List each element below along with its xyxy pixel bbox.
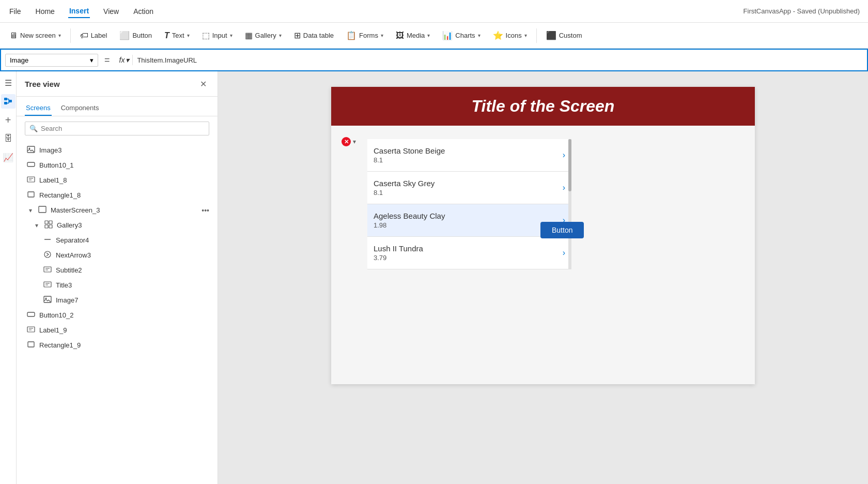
charts-chevron: ▾ — [478, 33, 481, 38]
subtitle2-icon — [43, 265, 52, 275]
data-table-icon: ⊞ — [294, 31, 301, 40]
label1-8-name: Label1_8 — [39, 176, 209, 184]
new-screen-button[interactable]: 🖥 New screen ▾ — [4, 28, 66, 43]
tree-item-label1-8[interactable]: Label1_8 — [17, 173, 218, 188]
data-table-label: Data table — [303, 32, 334, 39]
text-label: Text — [172, 32, 184, 39]
error-indicator: ✕ — [342, 137, 351, 146]
label-icon: 🏷 — [80, 31, 88, 40]
rail-hamburger-icon[interactable]: ☰ — [1, 75, 16, 90]
gallery-item-2-title: Caserta Sky Grey — [374, 179, 559, 188]
gallery-item-4-title: Lush II Tundra — [374, 244, 559, 253]
tree-item-gallery3[interactable]: ▾ Gallery3 — [17, 218, 218, 233]
tree-item-label1-9[interactable]: Label1_9 — [17, 323, 218, 338]
tree-item-separator4[interactable]: Separator4 — [17, 233, 218, 248]
input-label: Input — [212, 32, 227, 39]
charts-button[interactable]: 📊 Charts ▾ — [437, 27, 485, 43]
gallery-wrapper: ✕ ▾ Caserta Stone Beige 8.1 › — [342, 135, 745, 269]
formula-selector[interactable]: Image ▾ — [5, 54, 98, 67]
gallery-item-4[interactable]: Lush II Tundra 3.79 › — [367, 237, 571, 269]
menu-action[interactable]: Action — [132, 5, 154, 18]
text-button[interactable]: T Text ▾ — [159, 28, 195, 43]
formula-fx-button[interactable]: fx ▾ — [116, 55, 133, 65]
rectangle1-8-icon — [27, 190, 35, 200]
menu-bar: File Home Insert View Action FirstCanvas… — [0, 0, 868, 23]
svg-rect-30 — [27, 327, 35, 332]
tab-components[interactable]: Components — [60, 101, 100, 116]
gallery-item-3-content: Ageless Beauty Clay 1.98 — [374, 211, 559, 229]
svg-rect-21 — [44, 267, 51, 272]
search-box: 🔍 — [25, 122, 209, 135]
gallery-item-1[interactable]: Caserta Stone Beige 8.1 › — [367, 139, 571, 172]
rail-tree-icon[interactable] — [1, 94, 16, 109]
icons-icon: ⭐ — [493, 31, 503, 40]
rail-chart-icon[interactable]: 📈 — [1, 150, 16, 164]
title3-name: Title3 — [56, 281, 209, 289]
toolbar-divider-1 — [70, 28, 71, 43]
search-input[interactable] — [41, 125, 205, 132]
custom-label: Custom — [559, 32, 582, 39]
menu-insert[interactable]: Insert — [68, 5, 90, 18]
sidebar-search-area: 🔍 — [17, 116, 218, 141]
custom-button[interactable]: ⬛ Custom — [541, 27, 587, 43]
svg-point-28 — [45, 298, 47, 299]
subtitle2-name: Subtitle2 — [56, 266, 209, 274]
masterscreen-3-name: MasterScreen_3 — [51, 206, 197, 214]
gallery-icon: ▦ — [245, 31, 253, 40]
tree-item-button10-2[interactable]: Button10_2 — [17, 308, 218, 323]
gallery3-name: Gallery3 — [57, 221, 209, 229]
canvas-content: ✕ ▾ Caserta Stone Beige 8.1 › — [331, 126, 755, 384]
toolbar: 🖥 New screen ▾ 🏷 Label ⬜ Button T Text ▾… — [0, 23, 868, 49]
masterscreen-3-more[interactable]: ••• — [202, 206, 209, 215]
media-label: Media — [407, 32, 425, 39]
image7-name: Image7 — [56, 296, 209, 304]
tree-item-title3[interactable]: Title3 — [17, 278, 218, 293]
screen-canvas: Title of the Screen ✕ ▾ — [331, 87, 755, 384]
sidebar: Tree view ✕ Screens Components 🔍 Image3 — [17, 71, 218, 484]
label-button[interactable]: 🏷 Label — [75, 28, 113, 43]
tree-item-button10-1[interactable]: Button10_1 — [17, 158, 218, 173]
button10-2-icon — [27, 310, 35, 320]
tree-item-subtitle2[interactable]: Subtitle2 — [17, 263, 218, 278]
tree-item-rectangle1-9[interactable]: Rectangle1_9 — [17, 338, 218, 353]
new-screen-icon: 🖥 — [9, 31, 18, 40]
icons-button[interactable]: ⭐ Icons ▾ — [488, 27, 532, 43]
svg-rect-18 — [49, 225, 52, 228]
formula-input[interactable] — [137, 56, 863, 64]
gallery-item-2-content: Caserta Sky Grey 8.1 — [374, 179, 559, 196]
charts-icon: 📊 — [442, 31, 453, 40]
svg-rect-33 — [28, 342, 34, 347]
gallery-item-2[interactable]: Caserta Sky Grey 8.1 › — [367, 172, 571, 204]
canvas-button[interactable]: Button — [540, 222, 584, 238]
tree-item-image7[interactable]: Image7 — [17, 293, 218, 308]
tree-item-rectangle1-8[interactable]: Rectangle1_8 — [17, 188, 218, 203]
menu-view[interactable]: View — [102, 5, 120, 18]
gallery-button[interactable]: ▦ Gallery ▾ — [240, 27, 287, 43]
tab-screens[interactable]: Screens — [25, 101, 52, 116]
tree-list: Image3 Button10_1 Label1_8 — [17, 141, 218, 484]
toolbar-divider-2 — [536, 28, 537, 43]
menu-file[interactable]: File — [8, 5, 22, 18]
rail-database-icon[interactable]: 🗄 — [1, 131, 16, 146]
svg-rect-10 — [27, 177, 35, 182]
rail-plus-icon[interactable]: + — [1, 113, 16, 127]
tree-item-masterscreen-3[interactable]: ▾ MasterScreen_3 ••• — [17, 203, 218, 218]
forms-button[interactable]: 📋 Forms ▾ — [341, 27, 389, 43]
text-icon: T — [164, 31, 169, 40]
menu-home[interactable]: Home — [35, 5, 56, 18]
separator4-icon — [43, 235, 52, 245]
gallery-container[interactable]: Caserta Stone Beige 8.1 › Caserta Sky Gr… — [367, 139, 571, 269]
sidebar-close-button[interactable]: ✕ — [197, 78, 209, 90]
svg-rect-14 — [39, 206, 46, 213]
tree-item-nextarrow3[interactable]: NextArrow3 — [17, 248, 218, 263]
tree-item-image3[interactable]: Image3 — [17, 143, 218, 158]
media-button[interactable]: 🖼 Media ▾ — [391, 28, 435, 43]
canvas-area: Title of the Screen ✕ ▾ — [218, 71, 868, 484]
image7-icon — [43, 295, 52, 305]
input-chevron: ▾ — [230, 33, 233, 38]
gallery-scrollbar[interactable] — [568, 139, 571, 269]
button-tool-button[interactable]: ⬜ Button — [114, 27, 157, 43]
svg-rect-29 — [27, 312, 35, 316]
data-table-button[interactable]: ⊞ Data table — [289, 27, 339, 43]
input-button[interactable]: ⬚ Input ▾ — [197, 27, 238, 43]
